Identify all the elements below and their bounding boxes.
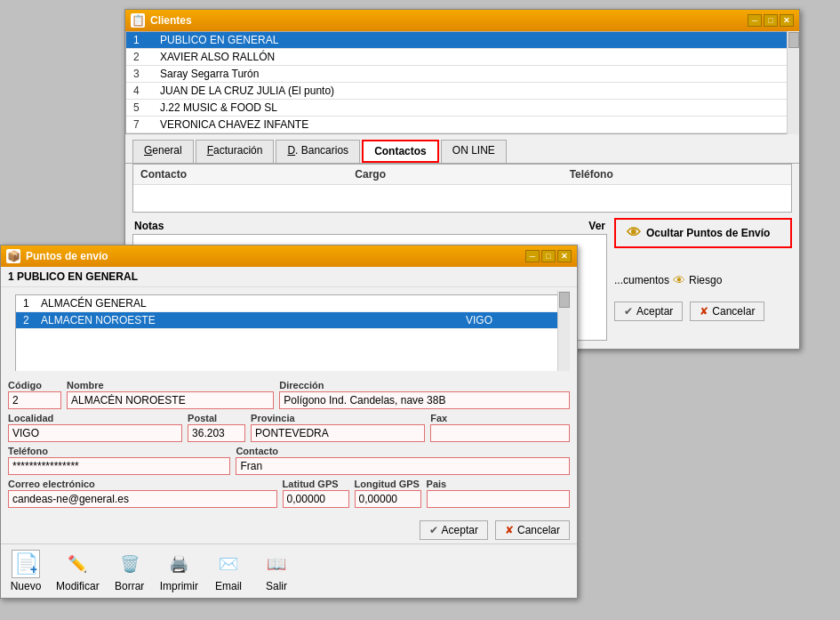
puntos-close-btn[interactable]: ✕ [557, 250, 572, 262]
tab-dbancarios[interactable]: D. Bancarios [276, 140, 360, 163]
clientes-close-btn[interactable]: ✕ [780, 14, 794, 27]
clientes-row-num-7: 7 [133, 118, 160, 131]
notes-label: Notas [134, 220, 164, 232]
clientes-row-5[interactable]: 5 J.22 MUSIC & FOOD SL [126, 100, 798, 117]
nombre-input[interactable] [67, 391, 274, 409]
clientes-action-buttons: ✔ Aceptar ✘ Cancelar [614, 302, 792, 321]
clientes-row-3[interactable]: 3 Saray Segarra Turón [126, 66, 798, 83]
localidad-input[interactable] [8, 424, 182, 442]
ocultar-puntos-button[interactable]: 👁 Ocultar Puntos de Envío [614, 218, 792, 248]
form-group-provincia: Provincia [251, 413, 425, 442]
latgps-input[interactable] [283, 490, 349, 508]
clientes-titlebar: 📋 Clientes ─ □ ✕ [125, 10, 799, 31]
clientes-row-7[interactable]: 7 VERONICA CHAVEZ INFANTE [126, 117, 798, 133]
clientes-row-name-5: J.22 MUSIC & FOOD SL [160, 101, 791, 114]
clientes-scrollbar[interactable] [787, 31, 799, 134]
tab-contactos[interactable]: Contactos [362, 140, 439, 163]
codigo-input[interactable] [8, 391, 61, 409]
salir-toolbar-btn[interactable]: 📖 Salir [259, 550, 294, 592]
clientes-row-name-1: PUBLICO EN GENERAL [160, 34, 791, 46]
puntos-titlebar: 📦 Puntos de envío ─ □ ✕ [1, 246, 577, 267]
clientes-maximize-btn[interactable]: □ [764, 14, 778, 27]
puntos-row-1[interactable]: 1 ALMACÉN GENERAL [16, 295, 562, 312]
clientes-list-container: 1 PUBLICO EN GENERAL 2 XAVIER ALSO RALLÓ… [125, 31, 799, 134]
imprimir-icon: 🖨️ [164, 550, 193, 578]
puntos-window: 📦 Puntos de envío ─ □ ✕ 1 PUBLICO EN GEN… [0, 245, 578, 599]
clientes-minimize-btn[interactable]: ─ [748, 14, 762, 27]
provincia-input[interactable] [251, 424, 425, 442]
puntos-maximize-btn[interactable]: □ [541, 250, 556, 262]
puntos-cancelar-label: Cancelar [517, 524, 560, 536]
clientes-aceptar-button[interactable]: ✔ Aceptar [614, 302, 683, 321]
clientes-row-1[interactable]: 1 PUBLICO EN GENERAL [126, 32, 798, 49]
puntos-aceptar-button[interactable]: ✔ Aceptar [420, 520, 488, 540]
clientes-cancelar-label: Cancelar [712, 305, 755, 318]
contacto-input[interactable] [236, 457, 570, 475]
nuevo-toolbar-btn[interactable]: 📄 + Nuevo [8, 550, 44, 592]
puntos-list: 1 ALMACÉN GENERAL 2 ALMACEN NOROESTE VIG… [15, 294, 563, 371]
form-group-pais: Pais [427, 479, 570, 508]
modificar-toolbar-btn[interactable]: ✏️ Modificar [56, 550, 100, 592]
puntos-action-btns: ✔ Aceptar ✘ Cancelar [1, 517, 577, 544]
puntos-list-container: 1 ALMACÉN GENERAL 2 ALMACEN NOROESTE VIG… [8, 291, 570, 371]
notes-ver-label: Ver [588, 220, 605, 232]
correo-label: Correo electrónico [8, 479, 277, 489]
puntos-window-controls: ─ □ ✕ [525, 250, 572, 262]
clientes-row-name-4: JUAN DE LA CRUZ JULIA (El punto) [160, 85, 791, 97]
salir-icon: 📖 [262, 550, 291, 578]
imprimir-toolbar-btn[interactable]: 🖨️ Imprimir [160, 550, 198, 592]
latgps-label: Latitud GPS [283, 479, 349, 489]
tab-facturacion[interactable]: Facturación [196, 140, 275, 163]
checkmark-icon: ✔ [624, 305, 633, 318]
puntos-window-icon: 📦 [6, 249, 20, 263]
provincia-label: Provincia [251, 413, 425, 423]
puntos-aceptar-label: Aceptar [442, 524, 478, 536]
form-group-nombre: Nombre [67, 380, 274, 409]
form-group-contacto: Contacto [236, 446, 570, 475]
form-group-correo: Correo electrónico [8, 479, 277, 508]
postal-label: Postal [188, 413, 245, 423]
clientes-row-num-2: 2 [133, 51, 160, 63]
direccion-input[interactable] [279, 391, 570, 409]
contact-col-cargo: Cargo [355, 168, 569, 181]
puntos-minimize-btn[interactable]: ─ [525, 250, 540, 262]
contact-table-header: Contacto Cargo Teléfono [133, 165, 791, 185]
form-row-4: Correo electrónico Latitud GPS Longitud … [8, 479, 570, 508]
ocultar-btn-label: Ocultar Puntos de Envío [646, 227, 770, 239]
longps-input[interactable] [355, 490, 421, 508]
clientes-scrollbar-thumb[interactable] [788, 32, 799, 48]
tab-online[interactable]: ON LINE [441, 140, 507, 163]
clientes-row-4[interactable]: 4 JUAN DE LA CRUZ JULIA (El punto) [126, 83, 798, 100]
form-group-latgps: Latitud GPS [283, 479, 349, 508]
contact-col-contacto: Contacto [140, 168, 355, 181]
puntos-cancelar-button[interactable]: ✘ Cancelar [495, 520, 570, 540]
contact-table-body [133, 185, 791, 212]
clientes-row-2[interactable]: 2 XAVIER ALSO RALLÓN [126, 49, 798, 66]
email-label: Email [215, 580, 242, 592]
clientes-aceptar-label: Aceptar [636, 305, 673, 318]
correo-input[interactable] [8, 490, 277, 508]
form-row-1: Código Nombre Dirección [8, 380, 570, 409]
form-group-telefono: Teléfono [8, 446, 230, 475]
puntos-check-icon: ✔ [429, 524, 438, 536]
fax-label: Fax [430, 413, 570, 423]
fax-input[interactable] [430, 424, 570, 442]
borrar-toolbar-btn[interactable]: 🗑️ Borrar [112, 550, 148, 592]
puntos-scrollbar-thumb[interactable] [559, 292, 570, 308]
puntos-form: Código Nombre Dirección Localidad Postal [1, 374, 577, 517]
clientes-title: Clientes [150, 14, 192, 27]
puntos-scrollbar[interactable] [557, 291, 570, 371]
telefono-input[interactable] [8, 457, 230, 475]
puntos-row-2[interactable]: 2 ALMACEN NOROESTE VIGO [16, 312, 562, 329]
clientes-cancelar-button[interactable]: ✘ Cancelar [690, 302, 764, 321]
contacto-label: Contacto [236, 446, 570, 456]
documentos-riesgo-area: ...cumentos 👁 Riesgo [614, 273, 792, 287]
tab-general[interactable]: General [132, 140, 194, 163]
puntos-title: Puntos de envío [26, 250, 108, 262]
form-group-direccion: Dirección [279, 380, 570, 409]
notes-header: Notas Ver [132, 218, 607, 234]
email-toolbar-btn[interactable]: ✉️ Email [211, 550, 246, 592]
nuevo-icon: 📄 + [12, 550, 40, 578]
postal-input[interactable] [188, 424, 245, 442]
pais-input[interactable] [427, 490, 570, 508]
